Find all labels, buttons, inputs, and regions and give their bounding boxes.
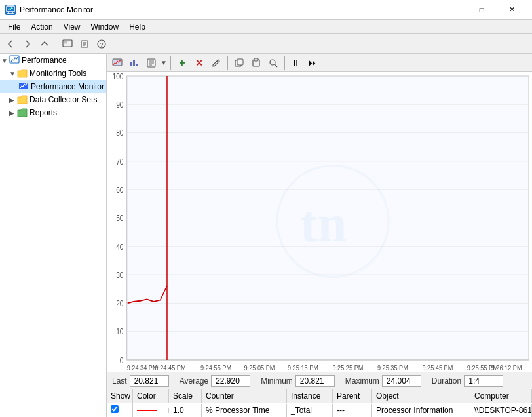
counter-computer-cell: \\DESKTOP-8617GFG (470, 404, 532, 417)
duration-stat: Duration 1:4 (432, 375, 503, 387)
help-button[interactable]: ? (94, 36, 109, 52)
col-instance: Instance (287, 389, 333, 403)
edit-counter-button[interactable] (208, 55, 224, 71)
counter-parent-cell: --- (333, 404, 372, 417)
show-hide-button[interactable] (60, 36, 75, 52)
tree-arrow-reports: ▶ (9, 109, 17, 117)
pause-button[interactable]: ⏸ (288, 55, 304, 71)
svg-text:9:24:45 PM: 9:24:45 PM (155, 364, 186, 372)
svg-text:9:25:05 PM: 9:25:05 PM (244, 364, 275, 372)
tree-item-monitoring-tools[interactable]: ▼ Monitoring Tools (0, 67, 106, 80)
left-panel: ▼ Performance ▼ Monitoring Tools Perform… (0, 54, 107, 417)
copy-image-button[interactable] (231, 55, 247, 71)
menu-window[interactable]: Window (86, 21, 124, 33)
counter-header: Show Color Scale Counter Instance Parent… (107, 389, 532, 403)
svg-text:80: 80 (116, 129, 123, 138)
properties-button[interactable] (77, 36, 92, 52)
counter-object-cell: Processor Information (372, 404, 470, 417)
svg-text:40: 40 (116, 243, 123, 251)
forward-button[interactable] (20, 36, 35, 52)
menu-file[interactable]: File (3, 21, 26, 33)
counter-name-cell: % Processor Time (202, 404, 287, 417)
delete-counter-button[interactable]: ✕ (191, 55, 207, 71)
col-parent: Parent (333, 389, 372, 403)
svg-text:10: 10 (116, 328, 123, 336)
svg-text:0: 0 (120, 356, 124, 365)
show-checkbox[interactable] (111, 405, 119, 413)
menu-action[interactable]: Action (26, 21, 58, 33)
svg-rect-17 (136, 64, 138, 66)
window-controls: − □ ✕ (436, 0, 527, 20)
col-object: Object (372, 389, 470, 403)
col-counter: Counter (202, 389, 287, 403)
tree-label-reports: Reports (29, 108, 57, 117)
tree-item-perf-monitor[interactable]: Performance Monitor (0, 80, 106, 93)
minimize-button[interactable]: − (436, 0, 466, 20)
counter-show-check[interactable] (107, 403, 133, 417)
tree-item-reports[interactable]: ▶ Reports (0, 106, 106, 119)
last-value: 20.821 (130, 375, 169, 387)
counter-color-cell (133, 408, 169, 413)
svg-text:9:26:12 PM: 9:26:12 PM (491, 364, 522, 372)
tree-label-data-collector: Data Collector Sets (29, 95, 97, 104)
graph-toolbar-sep3 (284, 56, 285, 70)
back-button[interactable] (3, 36, 18, 52)
chart-svg: 100 90 80 70 60 50 40 30 20 10 0 9:24:34… (107, 72, 532, 372)
tree-item-data-collector[interactable]: ▶ Data Collector Sets (0, 93, 106, 106)
svg-line-28 (275, 64, 277, 67)
average-label: Average (180, 376, 208, 386)
graph-view-button[interactable] (109, 55, 125, 71)
duration-value: 1:4 (464, 375, 503, 387)
average-stat: Average 22.920 (180, 375, 250, 387)
graph-toolbar-sep2 (227, 56, 228, 70)
maximize-button[interactable]: □ (466, 0, 497, 20)
perf-monitor-icon (18, 81, 29, 92)
tree-arrow-data-collector: ▶ (9, 96, 17, 104)
counter-instance-cell: _Total (287, 404, 333, 417)
up-button[interactable] (37, 36, 52, 52)
graph-toolbar: ▼ + ✕ ⏸ ⏭ (107, 54, 532, 72)
right-panel: ▼ + ✕ ⏸ ⏭ (107, 54, 532, 417)
counter-row[interactable]: 1.0 % Processor Time _Total --- Processo… (107, 403, 532, 417)
add-counter-button[interactable]: + (174, 55, 190, 71)
zoom-button[interactable] (265, 55, 281, 71)
data-collector-icon (17, 94, 28, 105)
col-show: Show (107, 389, 133, 403)
svg-text:9:25:45 PM: 9:25:45 PM (422, 364, 453, 372)
menu-view[interactable]: View (58, 21, 86, 33)
svg-text:9:24:34 PM: 9:24:34 PM (127, 364, 158, 372)
counter-scale-cell: 1.0 (169, 404, 202, 417)
dropdown-arrow: ▼ (161, 59, 167, 66)
title-text: Performance Monitor (20, 5, 436, 14)
counter-color-line (137, 410, 157, 411)
tree-label-perf-monitor: Performance Monitor (31, 82, 104, 91)
tree-arrow-performance: ▼ (1, 57, 9, 64)
svg-text:60: 60 (116, 186, 123, 194)
menu-bar: File Action View Window Help (0, 20, 532, 34)
svg-rect-24 (237, 59, 243, 65)
svg-text:30: 30 (116, 271, 123, 279)
main-layout: ▼ Performance ▼ Monitoring Tools Perform… (0, 54, 532, 417)
menu-help[interactable]: Help (124, 21, 151, 33)
paste-counter-button[interactable] (248, 55, 264, 71)
tree-item-performance[interactable]: ▼ Performance (0, 54, 106, 67)
svg-text:9:25:15 PM: 9:25:15 PM (288, 364, 318, 372)
duration-label: Duration (432, 376, 461, 386)
monitoring-folder-icon (17, 68, 28, 79)
performance-icon (9, 55, 20, 66)
svg-rect-14 (113, 59, 122, 66)
chart-area: tn 100 (107, 72, 532, 372)
close-button[interactable]: ✕ (497, 0, 527, 20)
col-color: Color (133, 389, 169, 403)
svg-point-27 (270, 60, 275, 65)
minimum-value: 20.821 (295, 375, 335, 387)
col-computer: Computer (470, 389, 532, 403)
svg-rect-5 (64, 41, 67, 43)
toolbar-separator-1 (56, 37, 56, 50)
report-view-button[interactable] (143, 55, 159, 71)
svg-text:70: 70 (116, 157, 123, 166)
app-icon (5, 5, 16, 15)
histogram-view-button[interactable] (126, 55, 142, 71)
next-frame-button[interactable]: ⏭ (305, 55, 321, 71)
svg-text:9:25:35 PM: 9:25:35 PM (377, 364, 408, 372)
